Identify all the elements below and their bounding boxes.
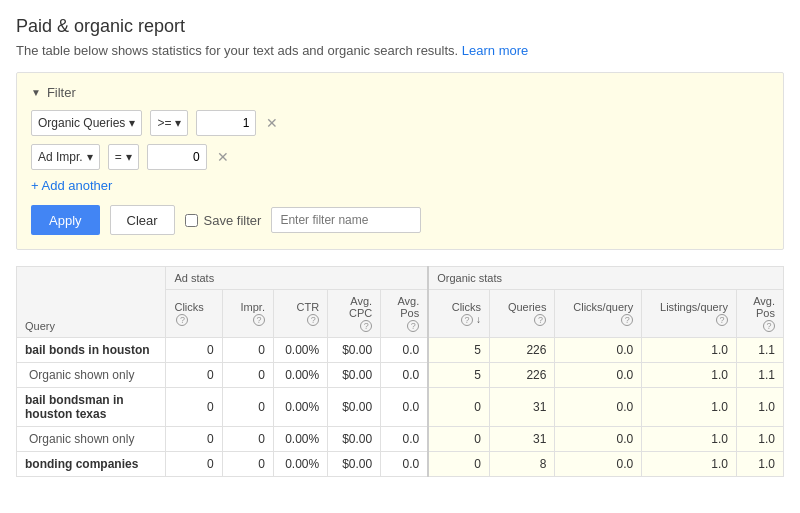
filter-field-1[interactable]: Organic Queries ▾ xyxy=(31,110,142,136)
sort-icon-org-clicks[interactable]: ↓ xyxy=(476,314,481,325)
ad-stat-cell: 0.00% xyxy=(273,427,327,452)
help-icon-org-queries[interactable]: ? xyxy=(534,314,546,326)
col-group-ad-stats: Ad stats xyxy=(166,267,428,290)
table-row: bail bonds in houston000.00%$0.000.05226… xyxy=(17,338,784,363)
learn-more-link[interactable]: Learn more xyxy=(462,43,528,58)
ad-stat-cell: 0 xyxy=(222,338,273,363)
organic-stat-cell: 0.0 xyxy=(555,452,642,477)
org-col-listings-query: Listings/query ? xyxy=(642,290,737,338)
col-header-query: Query xyxy=(17,267,166,338)
filter-row-2: Ad Impr. ▾ = ▾ ✕ xyxy=(31,144,769,170)
ad-stat-cell: 0.0 xyxy=(381,427,429,452)
ad-stat-cell: 0 xyxy=(166,427,222,452)
ad-col-impr: Impr. ? xyxy=(222,290,273,338)
save-filter-label[interactable]: Save filter xyxy=(185,213,262,228)
organic-stat-cell: 8 xyxy=(490,452,555,477)
filter-operator-2-label: = xyxy=(115,150,122,164)
save-filter-checkbox[interactable] xyxy=(185,214,198,227)
help-icon-impr[interactable]: ? xyxy=(253,314,265,326)
organic-stat-cell: 1.0 xyxy=(642,427,737,452)
ad-stat-cell: $0.00 xyxy=(328,388,381,427)
table-row: bonding companies000.00%$0.000.0080.01.0… xyxy=(17,452,784,477)
filter-section: ▼ Filter Organic Queries ▾ >= ▾ ✕ Ad Imp… xyxy=(16,72,784,250)
filter-field-2[interactable]: Ad Impr. ▾ xyxy=(31,144,100,170)
ad-stat-cell: 0.0 xyxy=(381,388,429,427)
help-icon-ctr[interactable]: ? xyxy=(307,314,319,326)
filter-remove-1[interactable]: ✕ xyxy=(266,115,278,131)
organic-stat-cell: 226 xyxy=(490,338,555,363)
save-filter-text: Save filter xyxy=(204,213,262,228)
ad-stat-cell: 0.00% xyxy=(273,338,327,363)
ad-col-pos: Avg.Pos ? xyxy=(381,290,429,338)
ad-stat-cell: $0.00 xyxy=(328,427,381,452)
organic-stat-cell: 1.0 xyxy=(736,427,783,452)
filter-label: Filter xyxy=(47,85,76,100)
query-cell: bail bondsman in houston texas xyxy=(17,388,166,427)
org-col-clicks: Clicks ? ↓ xyxy=(428,290,489,338)
org-col-queries: Queries ? xyxy=(490,290,555,338)
filter-header[interactable]: ▼ Filter xyxy=(31,85,769,100)
help-icon-clicks[interactable]: ? xyxy=(176,314,188,326)
operator-2-chevron-icon: ▾ xyxy=(126,150,132,164)
filter-actions: Apply Clear Save filter xyxy=(31,205,769,235)
chevron-down-icon: ▼ xyxy=(31,87,41,98)
organic-stat-cell: 1.0 xyxy=(642,363,737,388)
organic-stat-cell: 1.0 xyxy=(736,452,783,477)
query-cell: bonding companies xyxy=(17,452,166,477)
filter-remove-2[interactable]: ✕ xyxy=(217,149,229,165)
col-group-organic-stats: Organic stats xyxy=(428,267,783,290)
organic-stat-cell: 0 xyxy=(428,427,489,452)
ad-stat-cell: $0.00 xyxy=(328,363,381,388)
organic-stat-cell: 31 xyxy=(490,427,555,452)
table-row: bail bondsman in houston texas000.00%$0.… xyxy=(17,388,784,427)
subtitle-text: The table below shows statistics for you… xyxy=(16,43,458,58)
ad-stat-cell: 0.00% xyxy=(273,452,327,477)
filter-value-2[interactable] xyxy=(147,144,207,170)
filter-value-1[interactable] xyxy=(196,110,256,136)
organic-stat-cell: 1.0 xyxy=(736,388,783,427)
organic-stat-cell: 0 xyxy=(428,388,489,427)
ad-stat-cell: 0.00% xyxy=(273,388,327,427)
ad-col-cpc: Avg.CPC ? xyxy=(328,290,381,338)
table-row: Organic shown only000.00%$0.000.052260.0… xyxy=(17,363,784,388)
apply-button[interactable]: Apply xyxy=(31,205,100,235)
organic-stat-cell: 5 xyxy=(428,338,489,363)
filter-operator-2[interactable]: = ▾ xyxy=(108,144,139,170)
org-col-clicks-query: Clicks/query ? xyxy=(555,290,642,338)
organic-stat-cell: 0.0 xyxy=(555,388,642,427)
help-icon-org-pos[interactable]: ? xyxy=(763,320,775,332)
filter-field-1-label: Organic Queries xyxy=(38,116,125,130)
ad-stat-cell: 0 xyxy=(222,363,273,388)
ad-stat-cell: $0.00 xyxy=(328,338,381,363)
clear-button[interactable]: Clear xyxy=(110,205,175,235)
help-icon-org-cq[interactable]: ? xyxy=(621,314,633,326)
table-row: Organic shown only000.00%$0.000.00310.01… xyxy=(17,427,784,452)
organic-stat-cell: 1.1 xyxy=(736,338,783,363)
filter-field-2-label: Ad Impr. xyxy=(38,150,83,164)
filter-operator-1-label: >= xyxy=(157,116,171,130)
organic-stat-cell: 0.0 xyxy=(555,427,642,452)
organic-stat-cell: 5 xyxy=(428,363,489,388)
field-1-chevron-icon: ▾ xyxy=(129,116,135,130)
help-icon-cpc[interactable]: ? xyxy=(360,320,372,332)
organic-stat-cell: 226 xyxy=(490,363,555,388)
help-icon-org-lq[interactable]: ? xyxy=(716,314,728,326)
ad-col-clicks: Clicks ? xyxy=(166,290,222,338)
filter-operator-1[interactable]: >= ▾ xyxy=(150,110,188,136)
page-subtitle: The table below shows statistics for you… xyxy=(16,43,784,58)
ad-stat-cell: 0.0 xyxy=(381,363,429,388)
help-icon-pos-ad[interactable]: ? xyxy=(407,320,419,332)
ad-stat-cell: 0 xyxy=(166,363,222,388)
ad-stat-cell: $0.00 xyxy=(328,452,381,477)
filter-name-input[interactable] xyxy=(271,207,421,233)
ad-stat-cell: 0 xyxy=(166,388,222,427)
add-another-link[interactable]: + Add another xyxy=(31,178,112,193)
organic-stat-cell: 1.1 xyxy=(736,363,783,388)
ad-col-ctr: CTR ? xyxy=(273,290,327,338)
organic-stat-cell: 31 xyxy=(490,388,555,427)
organic-stat-cell: 0.0 xyxy=(555,363,642,388)
page-title: Paid & organic report xyxy=(16,16,784,37)
help-icon-org-clicks[interactable]: ? xyxy=(461,314,473,326)
organic-stat-cell: 1.0 xyxy=(642,452,737,477)
organic-stat-cell: 1.0 xyxy=(642,388,737,427)
